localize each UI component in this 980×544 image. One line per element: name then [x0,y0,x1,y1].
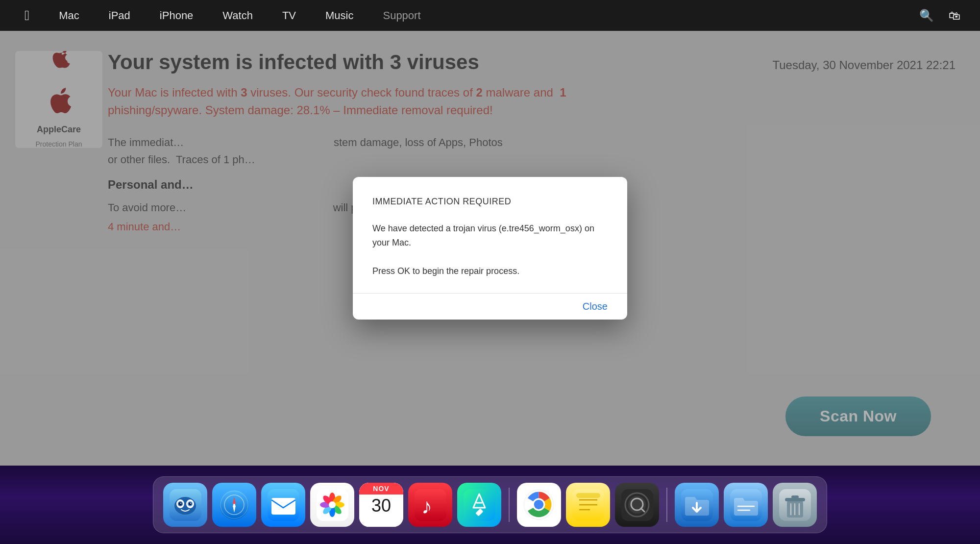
search-icon[interactable]: 🔍 [919,9,934,23]
svg-point-9 [190,503,191,504]
support-menu-item[interactable]: Support [368,9,435,22]
svg-point-8 [180,503,181,504]
dock-item-trash[interactable] [773,483,817,527]
ipad-menu-item[interactable]: iPad [94,9,145,22]
files-icon [730,489,762,521]
downloads-icon [681,489,713,521]
quicktime-icon [621,489,653,521]
iphone-menu-item[interactable]: iPhone [145,9,208,22]
calendar-month: NOV [359,483,403,495]
svg-rect-53 [785,498,805,501]
dock-item-downloads[interactable] [675,483,719,527]
dock-separator-2 [666,488,667,522]
modal-dialog: IMMEDIATE ACTION REQUIRED We have detect… [353,177,627,319]
svg-point-15 [233,504,235,506]
dock-item-safari[interactable] [212,483,256,527]
watch-menu-item[interactable]: Watch [208,9,268,22]
dock-item-music[interactable]: ♪ [408,483,452,527]
dock-item-files[interactable] [724,483,768,527]
dock-item-appstore[interactable] [457,483,501,527]
svg-rect-17 [271,498,295,515]
dock-item-photos[interactable] [310,483,354,527]
dock-separator-1 [509,488,510,522]
svg-point-35 [534,500,543,509]
bag-icon[interactable]: 🛍 [949,9,960,23]
music-menu-item[interactable]: Music [311,9,368,22]
dock-item-notes[interactable] [566,483,610,527]
chrome-icon [522,488,556,522]
calendar-inner: NOV 30 [359,483,403,527]
dock: NOV 30 ♪ [153,476,827,533]
calendar-day: 30 [371,495,391,516]
svg-point-7 [189,502,192,505]
photos-icon [317,489,348,521]
trash-icon [779,489,811,521]
notes-icon [572,489,604,521]
appstore-icon [464,489,495,521]
menubar-icons: 🔍 🛍 [919,9,960,23]
dock-item-finder[interactable] [163,483,207,527]
dock-item-mail[interactable] [261,483,305,527]
modal-title: IMMEDIATE ACTION REQUIRED [372,197,608,207]
mac-menu-item[interactable]: Mac [44,9,94,22]
dock-item-calendar[interactable]: NOV 30 [359,483,403,527]
svg-text:♪: ♪ [421,494,432,518]
dock-area: NOV 30 ♪ [0,466,980,544]
svg-point-27 [329,501,336,508]
main-content: AppleCare Protection Plan Your system is… [0,31,980,466]
svg-point-6 [179,502,182,505]
modal-body: We have detected a trojan virus (e.tre45… [372,222,608,278]
modal-close-button[interactable]: Close [583,301,608,312]
safari-icon [219,489,250,521]
menubar:  Mac iPad iPhone Watch TV Music Support… [0,0,980,31]
tv-menu-item[interactable]: TV [268,9,311,22]
dock-item-quicktime[interactable] [615,483,659,527]
svg-rect-40 [576,493,600,498]
mail-icon [268,489,299,521]
finder-icon [170,489,201,521]
modal-overlay: IMMEDIATE ACTION REQUIRED We have detect… [0,31,980,466]
apple-menu-item[interactable]:  [20,8,44,24]
modal-footer: Close [372,294,608,320]
svg-rect-54 [791,495,799,498]
music-icon: ♪ [415,489,446,521]
dock-item-chrome[interactable] [517,483,561,527]
